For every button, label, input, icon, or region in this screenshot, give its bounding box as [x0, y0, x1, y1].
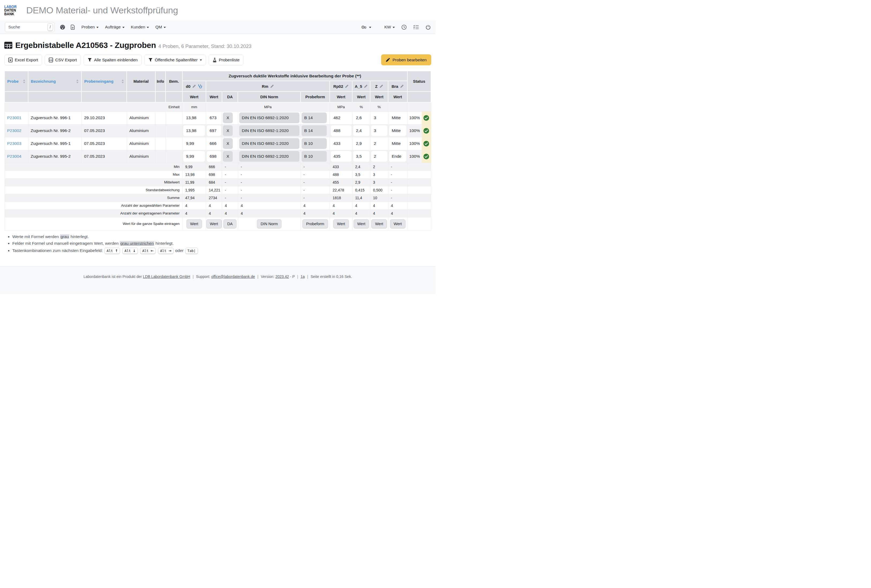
bra-wert-field[interactable]: Mitte [389, 125, 407, 136]
d0-wert-field[interactable]: 9,99 [183, 151, 205, 162]
speedometer-icon[interactable] [60, 25, 65, 30]
din-norm-formula-field[interactable]: DIN EN ISO 6892-1:2020 [239, 138, 299, 149]
power-icon[interactable] [426, 25, 431, 30]
cell-bezeichnung: Zugversuch Nr. 995-1 [28, 137, 81, 150]
results-table: Probe Bezeichnung Probeneingang Material… [4, 71, 431, 230]
probe-link[interactable]: P23001 [7, 115, 21, 120]
pencil-icon[interactable] [345, 84, 349, 88]
probeform-formula-field[interactable]: B 10 [302, 151, 327, 162]
column-header-probe[interactable]: Probe [4, 71, 28, 91]
bra-wert-field[interactable]: Ende [389, 151, 407, 162]
fill-rm-wert-button[interactable]: Wert [206, 219, 222, 228]
column-header-probeneingang[interactable]: Probeneingang [81, 71, 127, 91]
footer-company-link[interactable]: LDB Labordatenbank GmbH [143, 274, 190, 279]
stat-value: 4 [238, 202, 301, 209]
probe-link[interactable]: P23003 [7, 141, 21, 146]
rm-wert-field[interactable]: 697 [207, 125, 221, 136]
probeform-formula-field[interactable]: B 14 [302, 125, 327, 136]
cell-material: Aluminium [127, 137, 155, 150]
fill-da-button[interactable]: DA [223, 219, 236, 228]
z-wert-field[interactable]: 3 [371, 112, 387, 123]
rp02-wert-field[interactable]: 433 [331, 138, 352, 149]
clock-icon[interactable] [401, 25, 407, 30]
footer-version-link[interactable]: 2023.42 [275, 274, 289, 279]
excel-export-button[interactable]: Excel Export [4, 55, 42, 65]
rp02-wert-field[interactable]: 462 [331, 112, 352, 123]
col-probe-label: Probe [7, 79, 19, 84]
flask-icon [213, 58, 217, 62]
parameter-group-header: Zugversuch duktile Werkstoffe inklusive … [183, 71, 407, 81]
labordatenbank-logo[interactable]: LABOR DATEN BANK [4, 5, 16, 15]
column-header-bezeichnung[interactable]: Bezeichnung [28, 71, 81, 91]
menu-kunden[interactable]: Kunden [131, 25, 149, 30]
d0-wert-field[interactable]: 13,98 [183, 125, 205, 136]
fill-bra-wert-button[interactable]: Wert [390, 219, 406, 228]
rm-wert-field[interactable]: 698 [207, 151, 221, 162]
pencil-icon[interactable] [400, 84, 404, 88]
d0-wert-field[interactable]: 13,98 [183, 112, 205, 123]
csv-export-button[interactable]: CSV Export [45, 55, 81, 65]
fill-probeform-button[interactable]: Probeform [302, 219, 328, 228]
status-strip [422, 124, 431, 137]
menu-proben[interactable]: Proben [81, 25, 99, 30]
checklist-icon[interactable] [413, 25, 419, 30]
da-formula-field[interactable]: X [223, 125, 233, 136]
stat-value: - [222, 171, 238, 178]
footer-mail-link[interactable]: office@labordatenbank.de [211, 274, 255, 279]
rp02-wert-field[interactable]: 488 [331, 125, 352, 136]
probenliste-button[interactable]: Probenliste [209, 55, 244, 65]
pencil-icon[interactable] [380, 84, 383, 88]
footer-revision-link[interactable]: 1a [301, 274, 305, 279]
da-formula-field[interactable]: X [223, 151, 233, 162]
proben-bearbeiten-button[interactable]: Proben bearbeiten [381, 54, 431, 65]
rm-wert-field[interactable]: 673 [207, 112, 221, 123]
rp02-wert-field[interactable]: 435 [331, 151, 352, 162]
fill-d0-wert-button[interactable]: Wert [186, 219, 202, 228]
rm-wert-field[interactable]: 666 [207, 138, 221, 149]
probe-link[interactable]: P23004 [7, 154, 21, 159]
fill-din-norm-button[interactable]: DIN Norm [257, 219, 281, 228]
a5-wert-field[interactable]: 3,5 [353, 151, 369, 162]
probe-link[interactable]: P23002 [7, 128, 21, 133]
din-norm-formula-field[interactable]: DIN EN ISO 6892-1:2020 [239, 151, 299, 162]
d0-wert-field[interactable]: 9,99 [183, 138, 205, 149]
z-wert-field[interactable]: 3 [371, 125, 387, 136]
stat-value: - [301, 163, 330, 171]
din-norm-formula-field[interactable]: DIN EN ISO 6892-1:2020 [239, 112, 299, 123]
a5-wert-field[interactable]: 2,6 [353, 112, 369, 123]
da-formula-field[interactable]: X [223, 112, 233, 123]
stethoscope-icon[interactable] [198, 84, 202, 88]
z-wert-field[interactable]: 2 [371, 138, 387, 149]
a5-wert-field[interactable]: 2,9 [353, 138, 369, 149]
bra-wert-field[interactable]: Mitte [389, 138, 407, 149]
bra-wert-field[interactable]: Mitte [389, 112, 407, 123]
stat-value: - [222, 163, 238, 171]
probeform-formula-field[interactable]: B 14 [302, 112, 327, 123]
fill-z-wert-button[interactable]: Wert [371, 219, 387, 228]
public-column-filters-button[interactable]: Öffentliche Spaltenfilter [144, 55, 206, 65]
a5-wert-field[interactable]: 2,4 [353, 125, 369, 136]
footer-text: Version: [261, 274, 275, 279]
pencil-icon[interactable] [270, 84, 274, 88]
pencil-icon[interactable] [364, 84, 368, 88]
din-norm-formula-field[interactable]: DIN EN ISO 6892-1:2020 [239, 125, 299, 136]
z-wert-field[interactable]: 2 [371, 151, 387, 162]
stat-value: - [388, 163, 407, 171]
kbd-alt-down: Alt ↓ [123, 248, 138, 254]
stat-label: Max [4, 171, 183, 178]
settings-menu[interactable]: ⚙⚙ [361, 25, 371, 30]
spacer-cell [4, 91, 28, 102]
file-text-icon[interactable] [70, 25, 75, 30]
probeform-formula-field[interactable]: B 10 [302, 138, 327, 149]
fill-rp02-wert-button[interactable]: Wert [333, 219, 349, 228]
pencil-icon[interactable] [192, 84, 196, 88]
menu-kw[interactable]: KW [385, 25, 395, 30]
table-row: P23004 Zugversuch Nr. 995-2 07.05.2023 A… [4, 150, 431, 163]
menu-qm[interactable]: QM [155, 25, 166, 30]
fill-a5-wert-button[interactable]: Wert [353, 219, 369, 228]
stat-value: 1,995 [183, 186, 206, 194]
show-all-columns-button[interactable]: Alle Spalten einblenden [84, 55, 142, 65]
menu-auftraege[interactable]: Aufträge [105, 25, 124, 30]
stat-value: - [238, 171, 301, 178]
da-formula-field[interactable]: X [223, 138, 233, 149]
